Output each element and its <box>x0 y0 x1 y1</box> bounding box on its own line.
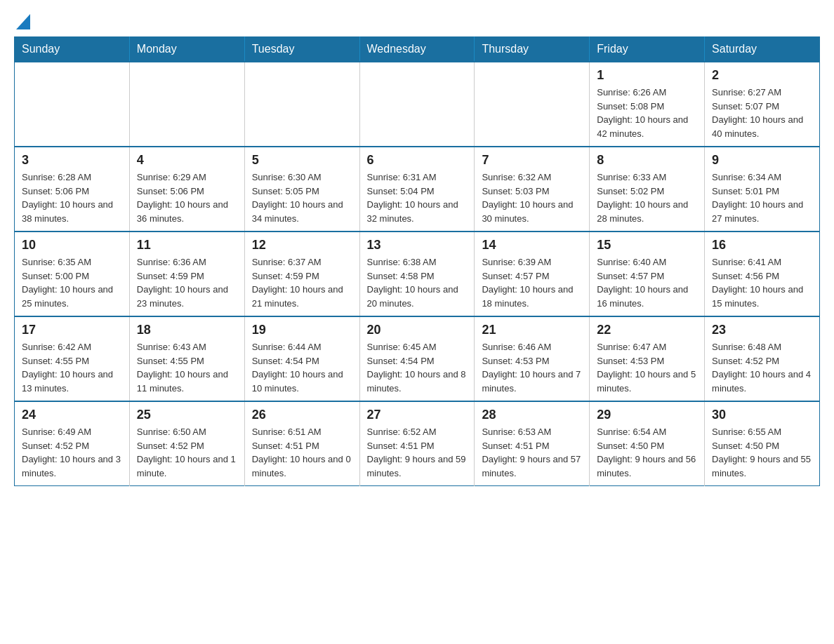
calendar-cell <box>129 62 244 147</box>
day-info: Sunrise: 6:53 AMSunset: 4:51 PMDaylight:… <box>482 425 582 480</box>
day-info: Sunrise: 6:48 AMSunset: 4:52 PMDaylight:… <box>712 340 812 395</box>
calendar-cell: 6Sunrise: 6:31 AMSunset: 5:04 PMDaylight… <box>359 147 475 232</box>
calendar-cell: 7Sunrise: 6:32 AMSunset: 5:03 PMDaylight… <box>475 147 590 232</box>
svg-marker-0 <box>16 14 30 29</box>
day-info: Sunrise: 6:29 AMSunset: 5:06 PMDaylight:… <box>137 170 237 225</box>
calendar-cell: 22Sunrise: 6:47 AMSunset: 4:53 PMDayligh… <box>590 316 705 401</box>
calendar-cell <box>359 62 475 147</box>
calendar-week-row: 1Sunrise: 6:26 AMSunset: 5:08 PMDaylight… <box>15 62 820 147</box>
day-number: 3 <box>22 153 122 168</box>
day-info: Sunrise: 6:30 AMSunset: 5:05 PMDaylight:… <box>252 170 352 225</box>
calendar-cell: 25Sunrise: 6:50 AMSunset: 4:52 PMDayligh… <box>129 401 244 486</box>
day-number: 25 <box>137 408 237 422</box>
day-number: 30 <box>712 408 812 422</box>
day-of-week-header: Saturday <box>705 37 820 62</box>
day-info: Sunrise: 6:35 AMSunset: 5:00 PMDaylight:… <box>22 255 122 310</box>
day-info: Sunrise: 6:34 AMSunset: 5:01 PMDaylight:… <box>712 170 812 225</box>
calendar-week-row: 10Sunrise: 6:35 AMSunset: 5:00 PMDayligh… <box>15 232 820 316</box>
calendar-cell: 5Sunrise: 6:30 AMSunset: 5:05 PMDaylight… <box>244 147 359 232</box>
calendar-cell: 29Sunrise: 6:54 AMSunset: 4:50 PMDayligh… <box>590 401 705 486</box>
day-of-week-header: Thursday <box>475 37 590 62</box>
day-number: 18 <box>137 323 237 337</box>
calendar-cell: 9Sunrise: 6:34 AMSunset: 5:01 PMDaylight… <box>705 147 820 232</box>
day-number: 20 <box>367 323 468 337</box>
page-header <box>14 14 820 29</box>
day-info: Sunrise: 6:38 AMSunset: 4:58 PMDaylight:… <box>367 255 468 310</box>
day-number: 17 <box>22 323 122 337</box>
calendar-cell: 2Sunrise: 6:27 AMSunset: 5:07 PMDaylight… <box>705 62 820 147</box>
day-number: 28 <box>482 408 582 422</box>
day-info: Sunrise: 6:42 AMSunset: 4:55 PMDaylight:… <box>22 340 122 395</box>
calendar-cell: 16Sunrise: 6:41 AMSunset: 4:56 PMDayligh… <box>705 232 820 316</box>
calendar-cell: 11Sunrise: 6:36 AMSunset: 4:59 PMDayligh… <box>129 232 244 316</box>
day-info: Sunrise: 6:36 AMSunset: 4:59 PMDaylight:… <box>137 255 237 310</box>
day-number: 8 <box>597 153 697 168</box>
calendar-cell: 23Sunrise: 6:48 AMSunset: 4:52 PMDayligh… <box>705 316 820 401</box>
day-number: 9 <box>712 153 812 168</box>
day-info: Sunrise: 6:45 AMSunset: 4:54 PMDaylight:… <box>367 340 468 395</box>
logo-triangle-icon <box>16 14 30 29</box>
calendar-cell: 17Sunrise: 6:42 AMSunset: 4:55 PMDayligh… <box>15 316 130 401</box>
calendar-cell: 12Sunrise: 6:37 AMSunset: 4:59 PMDayligh… <box>244 232 359 316</box>
day-info: Sunrise: 6:37 AMSunset: 4:59 PMDaylight:… <box>252 255 352 310</box>
logo <box>14 14 30 29</box>
calendar-cell: 19Sunrise: 6:44 AMSunset: 4:54 PMDayligh… <box>244 316 359 401</box>
day-number: 29 <box>597 408 697 422</box>
calendar-cell: 26Sunrise: 6:51 AMSunset: 4:51 PMDayligh… <box>244 401 359 486</box>
day-number: 24 <box>22 408 122 422</box>
day-of-week-header: Sunday <box>15 37 130 62</box>
calendar-cell: 24Sunrise: 6:49 AMSunset: 4:52 PMDayligh… <box>15 401 130 486</box>
day-info: Sunrise: 6:28 AMSunset: 5:06 PMDaylight:… <box>22 170 122 225</box>
day-number: 19 <box>252 323 352 337</box>
day-info: Sunrise: 6:49 AMSunset: 4:52 PMDaylight:… <box>22 425 122 480</box>
day-info: Sunrise: 6:39 AMSunset: 4:57 PMDaylight:… <box>482 255 582 310</box>
calendar-cell: 15Sunrise: 6:40 AMSunset: 4:57 PMDayligh… <box>590 232 705 316</box>
calendar-header-row: SundayMondayTuesdayWednesdayThursdayFrid… <box>15 37 820 62</box>
day-info: Sunrise: 6:46 AMSunset: 4:53 PMDaylight:… <box>482 340 582 395</box>
day-info: Sunrise: 6:26 AMSunset: 5:08 PMDaylight:… <box>597 86 697 140</box>
day-number: 12 <box>252 238 352 253</box>
calendar-cell <box>15 62 130 147</box>
day-info: Sunrise: 6:52 AMSunset: 4:51 PMDaylight:… <box>367 425 468 480</box>
day-info: Sunrise: 6:33 AMSunset: 5:02 PMDaylight:… <box>597 170 697 225</box>
calendar-cell: 28Sunrise: 6:53 AMSunset: 4:51 PMDayligh… <box>475 401 590 486</box>
calendar-cell: 18Sunrise: 6:43 AMSunset: 4:55 PMDayligh… <box>129 316 244 401</box>
day-of-week-header: Tuesday <box>244 37 359 62</box>
day-number: 10 <box>22 238 122 253</box>
calendar-cell: 4Sunrise: 6:29 AMSunset: 5:06 PMDaylight… <box>129 147 244 232</box>
day-number: 27 <box>367 408 468 422</box>
day-number: 16 <box>712 238 812 253</box>
day-number: 4 <box>137 153 237 168</box>
day-number: 14 <box>482 238 582 253</box>
day-info: Sunrise: 6:47 AMSunset: 4:53 PMDaylight:… <box>597 340 697 395</box>
day-number: 22 <box>597 323 697 337</box>
day-info: Sunrise: 6:44 AMSunset: 4:54 PMDaylight:… <box>252 340 352 395</box>
day-info: Sunrise: 6:51 AMSunset: 4:51 PMDaylight:… <box>252 425 352 480</box>
calendar-cell <box>475 62 590 147</box>
calendar-cell: 20Sunrise: 6:45 AMSunset: 4:54 PMDayligh… <box>359 316 475 401</box>
day-of-week-header: Friday <box>590 37 705 62</box>
calendar-week-row: 24Sunrise: 6:49 AMSunset: 4:52 PMDayligh… <box>15 401 820 486</box>
day-info: Sunrise: 6:54 AMSunset: 4:50 PMDaylight:… <box>597 425 697 480</box>
day-number: 7 <box>482 153 582 168</box>
day-info: Sunrise: 6:32 AMSunset: 5:03 PMDaylight:… <box>482 170 582 225</box>
calendar-cell <box>244 62 359 147</box>
calendar-cell: 3Sunrise: 6:28 AMSunset: 5:06 PMDaylight… <box>15 147 130 232</box>
day-info: Sunrise: 6:55 AMSunset: 4:50 PMDaylight:… <box>712 425 812 480</box>
calendar-table: SundayMondayTuesdayWednesdayThursdayFrid… <box>14 36 820 486</box>
calendar-cell: 30Sunrise: 6:55 AMSunset: 4:50 PMDayligh… <box>705 401 820 486</box>
day-of-week-header: Monday <box>129 37 244 62</box>
calendar-week-row: 3Sunrise: 6:28 AMSunset: 5:06 PMDaylight… <box>15 147 820 232</box>
day-number: 21 <box>482 323 582 337</box>
day-number: 13 <box>367 238 468 253</box>
day-number: 11 <box>137 238 237 253</box>
day-number: 15 <box>597 238 697 253</box>
calendar-cell: 1Sunrise: 6:26 AMSunset: 5:08 PMDaylight… <box>590 62 705 147</box>
day-number: 23 <box>712 323 812 337</box>
calendar-cell: 21Sunrise: 6:46 AMSunset: 4:53 PMDayligh… <box>475 316 590 401</box>
calendar-cell: 27Sunrise: 6:52 AMSunset: 4:51 PMDayligh… <box>359 401 475 486</box>
calendar-week-row: 17Sunrise: 6:42 AMSunset: 4:55 PMDayligh… <box>15 316 820 401</box>
day-number: 1 <box>597 68 697 83</box>
day-info: Sunrise: 6:43 AMSunset: 4:55 PMDaylight:… <box>137 340 237 395</box>
day-number: 6 <box>367 153 468 168</box>
